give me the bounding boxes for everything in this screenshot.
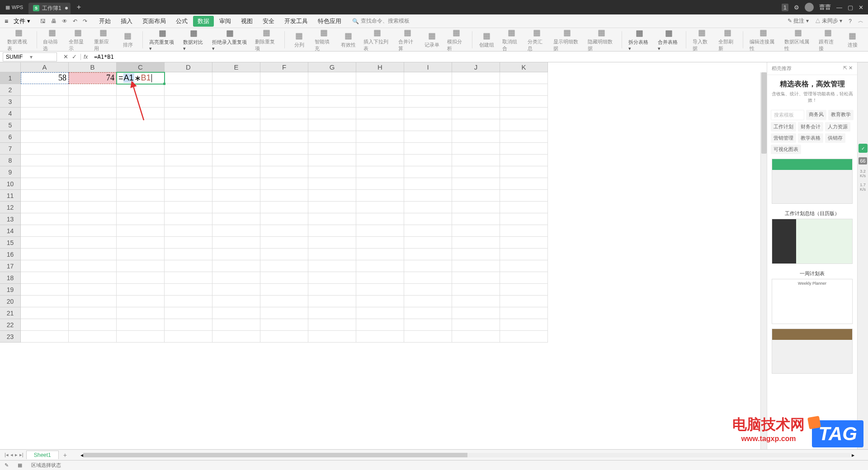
cell-D4[interactable] — [165, 108, 212, 119]
cell-G10[interactable] — [308, 178, 356, 190]
cell-H18[interactable] — [356, 272, 404, 284]
cell-K11[interactable] — [500, 190, 548, 202]
cell-K3[interactable] — [500, 96, 548, 108]
cell-K19[interactable] — [500, 284, 548, 296]
cell-E21[interactable] — [212, 307, 260, 319]
panel-close-icon[interactable]: ✕ — [849, 65, 853, 70]
help-icon[interactable]: ? — [849, 18, 852, 24]
cell-J22[interactable] — [452, 319, 500, 331]
cell-K15[interactable] — [500, 237, 548, 249]
row-header-23[interactable]: 23 — [0, 331, 21, 343]
cell-I14[interactable] — [404, 225, 452, 237]
cell-E22[interactable] — [212, 319, 260, 331]
cell-G13[interactable] — [308, 213, 356, 225]
cell-A1[interactable]: 58 — [21, 72, 69, 84]
remark-button[interactable]: ✎ 批注 ▾ — [788, 17, 809, 25]
cell-E18[interactable] — [212, 272, 260, 284]
col-header-D[interactable]: D — [165, 62, 212, 72]
cell-H4[interactable] — [356, 108, 404, 119]
cell-J16[interactable] — [452, 249, 500, 260]
cell-I19[interactable] — [404, 284, 452, 296]
cell-D11[interactable] — [165, 190, 212, 202]
row-header-2[interactable]: 2 — [0, 84, 21, 96]
cell-D1[interactable] — [165, 72, 212, 84]
document-tab[interactable]: S 工作簿1 — [28, 3, 71, 14]
cell-J5[interactable] — [452, 119, 500, 131]
cell-B1[interactable]: 74 — [69, 72, 117, 84]
cell-B17[interactable] — [69, 260, 117, 272]
cell-J14[interactable] — [452, 225, 500, 237]
row-header-7[interactable]: 7 — [0, 143, 21, 155]
cell-J2[interactable] — [452, 84, 500, 96]
edit-mode-icon[interactable]: ✎ — [5, 462, 9, 468]
user-avatar[interactable] — [805, 3, 814, 12]
row-header-5[interactable]: 5 — [0, 119, 21, 131]
cell-I17[interactable] — [404, 260, 452, 272]
cell-D19[interactable] — [165, 284, 212, 296]
row-header-22[interactable]: 22 — [0, 319, 21, 331]
cell-C1[interactable]: =A1 ∗ B1 — [117, 72, 165, 84]
cell-D16[interactable] — [165, 249, 212, 260]
cell-B10[interactable] — [69, 178, 117, 190]
filter-5[interactable]: 营销管理 — [771, 133, 796, 143]
cell-H9[interactable] — [356, 166, 404, 178]
cell-K21[interactable] — [500, 307, 548, 319]
cell-I7[interactable] — [404, 143, 452, 155]
cell-B14[interactable] — [69, 225, 117, 237]
minimize-button[interactable]: — — [836, 4, 842, 11]
menu-tab-3[interactable]: 公式 — [171, 16, 192, 27]
cell-D7[interactable] — [165, 143, 212, 155]
col-header-G[interactable]: G — [308, 62, 356, 72]
cell-B15[interactable] — [69, 237, 117, 249]
cell-H11[interactable] — [356, 190, 404, 202]
col-header-C[interactable]: C — [117, 62, 165, 72]
cell-J3[interactable] — [452, 96, 500, 108]
cell-F22[interactable] — [260, 319, 308, 331]
cell-D8[interactable] — [165, 155, 212, 166]
cell-C3[interactable] — [117, 96, 165, 108]
menu-tab-9[interactable]: 特色应用 — [313, 16, 346, 27]
cell-A18[interactable] — [21, 272, 69, 284]
cell-B23[interactable] — [69, 331, 117, 343]
row-header-12[interactable]: 12 — [0, 202, 21, 213]
sheet-tab-sheet1[interactable]: Sheet1 — [26, 451, 59, 459]
cell-K7[interactable] — [500, 143, 548, 155]
vertical-scrollbar[interactable] — [760, 72, 767, 449]
row-header-18[interactable]: 18 — [0, 272, 21, 284]
cell-A23[interactable] — [21, 331, 69, 343]
cell-G4[interactable] — [308, 108, 356, 119]
cell-I13[interactable] — [404, 213, 452, 225]
print-icon[interactable]: 🖶 — [51, 18, 57, 24]
cell-D21[interactable] — [165, 307, 212, 319]
row-header-1[interactable]: 1 — [0, 72, 21, 84]
add-sheet-button[interactable]: + — [59, 451, 71, 459]
cell-A12[interactable] — [21, 202, 69, 213]
template-search[interactable]: 搜索模板 — [771, 110, 804, 120]
cell-I22[interactable] — [404, 319, 452, 331]
formula-input[interactable]: =A1*B1 — [90, 53, 868, 61]
cell-F19[interactable] — [260, 284, 308, 296]
cell-G12[interactable] — [308, 202, 356, 213]
row-header-14[interactable]: 14 — [0, 225, 21, 237]
cell-C18[interactable] — [117, 272, 165, 284]
cell-H8[interactable] — [356, 155, 404, 166]
cell-I6[interactable] — [404, 131, 452, 143]
cell-C8[interactable] — [117, 155, 165, 166]
cell-C20[interactable] — [117, 296, 165, 307]
row-header-3[interactable]: 3 — [0, 96, 21, 108]
cell-G16[interactable] — [308, 249, 356, 260]
cell-E3[interactable] — [212, 96, 260, 108]
cell-A9[interactable] — [21, 166, 69, 178]
cell-H20[interactable] — [356, 296, 404, 307]
cell-A22[interactable] — [21, 319, 69, 331]
template-item[interactable]: 一周计划表Weekly Planner — [772, 268, 853, 324]
cell-F12[interactable] — [260, 202, 308, 213]
cell-F23[interactable] — [260, 331, 308, 343]
row-header-9[interactable]: 9 — [0, 166, 21, 178]
cell-C11[interactable] — [117, 190, 165, 202]
cell-D6[interactable] — [165, 131, 212, 143]
cell-K6[interactable] — [500, 131, 548, 143]
menu-tab-8[interactable]: 开发工具 — [280, 16, 312, 27]
row-header-8[interactable]: 8 — [0, 155, 21, 166]
cell-K4[interactable] — [500, 108, 548, 119]
